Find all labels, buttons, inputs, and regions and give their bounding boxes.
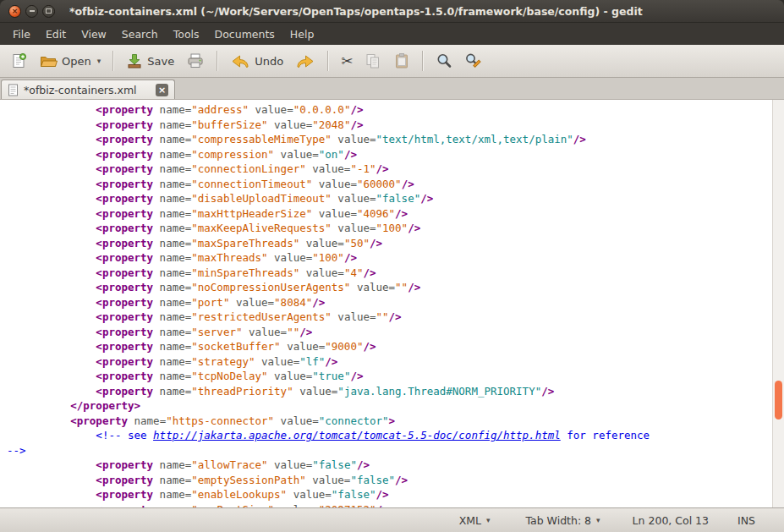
- menu-item-edit[interactable]: Edit: [38, 25, 74, 44]
- save-icon: [126, 52, 143, 69]
- tab-label: *ofbiz-containers.xml: [24, 84, 151, 96]
- maximize-icon: [46, 8, 52, 14]
- toolbar: Open ▾ Save Undo ✂: [0, 45, 784, 78]
- code-line: <property name="tcpNoDelay" value="true"…: [7, 369, 772, 384]
- maximize-window-button[interactable]: [42, 5, 55, 18]
- copy-icon: [365, 52, 381, 69]
- code-line: <property name="port" value="8084"/>: [7, 295, 772, 310]
- editor-viewport[interactable]: <property name="address" value="0.0.0.0"…: [0, 100, 784, 507]
- cut-button[interactable]: ✂: [336, 50, 358, 72]
- window-title: *ofbiz-containers.xml (~/Work/Servers/Op…: [69, 5, 643, 18]
- minimize-window-button[interactable]: [25, 5, 38, 18]
- open-button[interactable]: Open ▾: [34, 50, 106, 72]
- insert-mode-indicator: INS: [737, 514, 755, 527]
- code-line: <property name="maxHttpHeaderSize" value…: [7, 206, 772, 222]
- cursor-position: Ln 200, Col 13: [633, 514, 709, 527]
- menu-item-tools[interactable]: Tools: [166, 25, 207, 44]
- print-icon: [186, 52, 205, 69]
- menubar: FileEditViewSearchToolsDocumentsHelp: [0, 23, 784, 45]
- code-line: <property name="maxKeepAliveRequests" va…: [7, 221, 772, 236]
- code-line: <property name="enableLookups" value="fa…: [7, 487, 772, 502]
- code-line: </property>: [7, 398, 772, 414]
- code-area[interactable]: <property name="address" value="0.0.0.0"…: [7, 102, 772, 507]
- code-line: <property name="server" value=""/>: [7, 325, 772, 340]
- code-line: <property name="noCompressionUserAgents"…: [7, 280, 772, 295]
- print-button[interactable]: [181, 50, 210, 72]
- close-window-button[interactable]: ×: [8, 5, 21, 18]
- language-dropdown-caret-icon: ▾: [486, 516, 491, 524]
- toolbar-separator: [217, 51, 218, 71]
- paste-icon: [393, 52, 410, 69]
- open-button-label: Open: [62, 55, 91, 68]
- undo-icon: [230, 52, 250, 69]
- toolbar-separator: [327, 51, 329, 71]
- code-line: <property name="strategy" value="lf"/>: [7, 354, 772, 370]
- redo-button[interactable]: [290, 50, 321, 72]
- menu-item-search[interactable]: Search: [114, 25, 166, 44]
- menu-item-file[interactable]: File: [5, 25, 38, 44]
- code-line: <property name="connectionLinger" value=…: [7, 162, 772, 177]
- code-line: <property name="maxPostSize" value="2097…: [7, 502, 772, 508]
- document-icon: [8, 84, 19, 96]
- new-document-icon: [10, 52, 27, 69]
- tab-ofbiz-containers[interactable]: *ofbiz-containers.xml ×: [1, 80, 175, 99]
- save-button-label: Save: [147, 55, 174, 68]
- code-line: <property name="compression" value="on"/…: [7, 147, 772, 162]
- replace-button[interactable]: [459, 50, 486, 72]
- code-line: <property name="disableUploadTimeout" va…: [7, 191, 772, 206]
- redo-icon: [295, 52, 315, 69]
- vertical-scrollbar[interactable]: [772, 100, 784, 507]
- open-folder-icon: [39, 52, 58, 69]
- gedit-window: × *ofbiz-containers.xml (~/Work/Servers/…: [0, 0, 784, 532]
- code-line: <property name="socketBuffer" value="900…: [7, 339, 772, 354]
- open-dropdown-caret-icon[interactable]: ▾: [97, 57, 101, 65]
- code-line: <property name="https-connector" value="…: [7, 414, 772, 429]
- statusbar: XML ▾ Tab Width: 8 ▾ Ln 200, Col 13 INS: [0, 507, 784, 532]
- titlebar: × *ofbiz-containers.xml (~/Work/Servers/…: [0, 0, 784, 23]
- code-line: <property name="connectionTimeout" value…: [7, 177, 772, 192]
- menu-item-help[interactable]: Help: [282, 25, 322, 44]
- menu-item-view[interactable]: View: [74, 25, 114, 44]
- toolbar-separator: [112, 51, 114, 71]
- paste-button[interactable]: [388, 50, 415, 72]
- tab-close-button[interactable]: ×: [156, 84, 168, 96]
- code-line: <property name="address" value="0.0.0.0"…: [7, 102, 772, 118]
- code-line: <property name="minSpareThreads" value="…: [7, 266, 772, 281]
- save-button[interactable]: Save: [121, 50, 179, 72]
- code-line: <property name="bufferSize" value="2048"…: [7, 118, 772, 133]
- language-selector-label: XML: [459, 514, 481, 527]
- tab-width-selector[interactable]: Tab Width: 8 ▾: [522, 513, 603, 529]
- scrollbar-thumb[interactable]: [775, 381, 782, 420]
- undo-button-label: Undo: [255, 55, 283, 68]
- code-line: <property name="emptySessionPath" value=…: [7, 473, 772, 488]
- code-line: <!-- see http://jakarta.apache.org/tomca…: [7, 428, 772, 443]
- toolbar-separator: [422, 51, 424, 71]
- code-line: <property name="compressableMimeType" va…: [7, 132, 772, 147]
- tab-bar: *ofbiz-containers.xml ×: [0, 78, 784, 100]
- language-selector[interactable]: XML ▾: [456, 513, 494, 529]
- code-line: <property name="allowTrace" value="false…: [7, 458, 772, 473]
- tab-width-dropdown-caret-icon: ▾: [596, 516, 600, 524]
- code-line: <property name="maxThreads" value="100"/…: [7, 250, 772, 266]
- code-line: <property name="maxSpareThreads" value="…: [7, 236, 772, 251]
- copy-button[interactable]: [359, 50, 387, 72]
- find-icon: [436, 52, 452, 69]
- new-document-button[interactable]: [5, 50, 32, 72]
- code-line: <property name="threadPriority" value="j…: [7, 384, 772, 399]
- menu-item-documents[interactable]: Documents: [207, 25, 282, 44]
- find-button[interactable]: [430, 50, 458, 72]
- code-line: <property name="restrictedUserAgents" va…: [7, 310, 772, 325]
- cut-icon: ✂: [341, 52, 353, 69]
- tab-width-label: Tab Width: 8: [525, 514, 591, 527]
- undo-button[interactable]: Undo: [225, 50, 288, 72]
- minimize-icon: [30, 10, 35, 12]
- replace-icon: [464, 52, 481, 69]
- code-line: -->: [7, 443, 772, 458]
